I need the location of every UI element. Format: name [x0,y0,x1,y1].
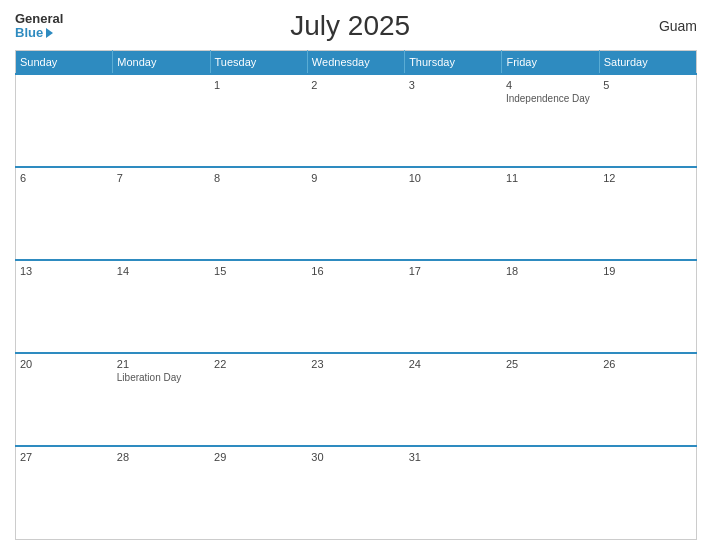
month-title: July 2025 [63,10,637,42]
day-number: 20 [20,358,109,370]
weekday-header-thursday: Thursday [405,51,502,75]
day-number: 9 [311,172,400,184]
day-number: 5 [603,79,692,91]
day-number: 15 [214,265,303,277]
day-number: 19 [603,265,692,277]
calendar-cell: 9 [307,167,404,260]
calendar-cell: 28 [113,446,210,539]
day-number: 12 [603,172,692,184]
calendar-cell: 16 [307,260,404,353]
day-number: 10 [409,172,498,184]
calendar-cell: 14 [113,260,210,353]
logo-triangle-icon [46,28,53,38]
region-label: Guam [637,18,697,34]
day-number: 4 [506,79,595,91]
day-number: 21 [117,358,206,370]
event-label: Independence Day [506,93,595,104]
week-row-4: 2021Liberation Day2223242526 [16,353,697,446]
calendar-cell: 2 [307,74,404,167]
calendar-table: SundayMondayTuesdayWednesdayThursdayFrid… [15,50,697,540]
calendar-cell: 3 [405,74,502,167]
calendar-cell: 23 [307,353,404,446]
day-number: 31 [409,451,498,463]
calendar-cell: 19 [599,260,696,353]
calendar-cell: 20 [16,353,113,446]
calendar-cell: 31 [405,446,502,539]
weekday-header-saturday: Saturday [599,51,696,75]
day-number: 28 [117,451,206,463]
day-number: 27 [20,451,109,463]
weekday-header-friday: Friday [502,51,599,75]
day-number: 17 [409,265,498,277]
day-number: 24 [409,358,498,370]
calendar-cell: 13 [16,260,113,353]
day-number: 18 [506,265,595,277]
logo: General Blue [15,12,63,40]
calendar-cell: 29 [210,446,307,539]
calendar-cell: 15 [210,260,307,353]
calendar-cell: 10 [405,167,502,260]
day-number: 13 [20,265,109,277]
day-number: 8 [214,172,303,184]
calendar-cell [599,446,696,539]
day-number: 1 [214,79,303,91]
calendar-cell: 22 [210,353,307,446]
calendar-cell: 11 [502,167,599,260]
calendar-cell: 12 [599,167,696,260]
week-row-3: 13141516171819 [16,260,697,353]
day-number: 14 [117,265,206,277]
day-number: 2 [311,79,400,91]
calendar-cell: 4Independence Day [502,74,599,167]
day-number: 6 [20,172,109,184]
event-label: Liberation Day [117,372,206,383]
calendar-cell: 8 [210,167,307,260]
logo-blue-text: Blue [15,25,53,40]
calendar-cell: 24 [405,353,502,446]
weekday-header-wednesday: Wednesday [307,51,404,75]
calendar-cell: 21Liberation Day [113,353,210,446]
calendar-cell: 1 [210,74,307,167]
day-number: 25 [506,358,595,370]
calendar-cell: 30 [307,446,404,539]
page-header: General Blue July 2025 Guam [15,10,697,42]
day-number: 30 [311,451,400,463]
calendar-cell [16,74,113,167]
day-number: 26 [603,358,692,370]
calendar-cell [502,446,599,539]
calendar-cell: 6 [16,167,113,260]
calendar-cell: 26 [599,353,696,446]
calendar-cell: 5 [599,74,696,167]
weekday-header-tuesday: Tuesday [210,51,307,75]
week-row-2: 6789101112 [16,167,697,260]
weekday-header-row: SundayMondayTuesdayWednesdayThursdayFrid… [16,51,697,75]
weekday-header-monday: Monday [113,51,210,75]
calendar-cell: 25 [502,353,599,446]
calendar-cell: 18 [502,260,599,353]
week-row-5: 2728293031 [16,446,697,539]
calendar-cell: 7 [113,167,210,260]
day-number: 7 [117,172,206,184]
day-number: 16 [311,265,400,277]
day-number: 22 [214,358,303,370]
day-number: 3 [409,79,498,91]
logo-general-text: General [15,12,63,25]
week-row-1: 1234Independence Day5 [16,74,697,167]
calendar-cell: 27 [16,446,113,539]
calendar-cell [113,74,210,167]
day-number: 23 [311,358,400,370]
day-number: 11 [506,172,595,184]
day-number: 29 [214,451,303,463]
calendar-cell: 17 [405,260,502,353]
weekday-header-sunday: Sunday [16,51,113,75]
